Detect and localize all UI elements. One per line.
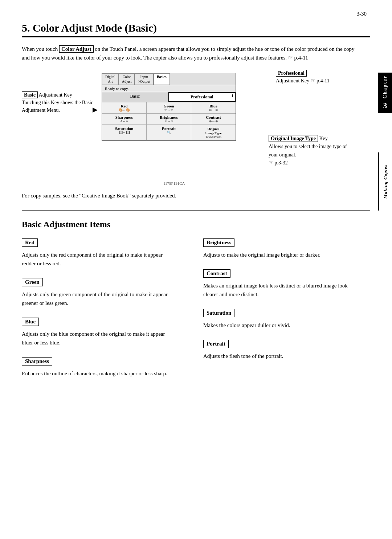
- panel-number: 1: [232, 94, 233, 98]
- chapter-number: 3: [383, 101, 387, 110]
- section-divider: [22, 210, 370, 211]
- chapter-sidebar: Chapter 3: [378, 73, 392, 113]
- page-container: 3-30 Chapter 3 Making Copies 5. Color Ad…: [0, 0, 392, 403]
- item-brightness: Brightness Adjusts to make the original …: [203, 238, 370, 259]
- green-label: Green: [22, 278, 43, 286]
- saturation-description: Makes the colors appear duller or vivid.: [203, 321, 356, 330]
- basic-annotation-text: Adjustment Key: [38, 92, 72, 98]
- panel-cell-contrast[interactable]: Contrast ⊕↔⊕: [191, 114, 236, 124]
- professional-annotation-text: Adjustment Key: [276, 78, 309, 83]
- panel-row-2: Sharpness A↔A Brightness ☀↔☀ Contrast ⊕↔…: [102, 114, 236, 125]
- item-portrait: Portrait Adjusts the flesh tone of the p…: [203, 340, 370, 360]
- panel-cell-original-image-type[interactable]: OriginalImage Type Text&Photo: [191, 125, 236, 140]
- panel-row-1: Red 🎨↔🎨 Green ✏↔✏ Blue ⊕↔⊕: [102, 102, 236, 114]
- making-copies-label: Making Copies: [383, 164, 388, 199]
- professional-annotation: Professional Adjustment Key ☞ p.4-11: [276, 69, 352, 85]
- portrait-description: Adjusts the flesh tone of the portrait.: [203, 352, 356, 360]
- panel-cell-green[interactable]: Green ✏↔✏: [147, 102, 191, 113]
- green-description: Adjusts only the green component of the …: [22, 290, 174, 307]
- basic-annotation: Basic Adjustment Key Touching this Key s…: [22, 91, 94, 114]
- ui-panel: DigitalArt ColorAdjust Input>Output Basi…: [102, 73, 236, 141]
- arrow-right-icon: ▶: [93, 106, 98, 114]
- adjustment-grid: Red Adjusts only the red component of th…: [22, 238, 370, 388]
- left-column: Red Adjusts only the red component of th…: [22, 238, 189, 388]
- red-description: Adjusts only the red component of the or…: [22, 250, 174, 268]
- mode-tab-professional[interactable]: Professional 1: [168, 92, 236, 102]
- panel-row-3: Saturation 🔲↔🔲 Portrait 🔍 OriginalImage …: [102, 125, 236, 140]
- professional-label[interactable]: Professional: [276, 70, 307, 77]
- brightness-label: Brightness: [203, 238, 234, 247]
- copy-samples: For copy samples, see the “Creative Imag…: [22, 193, 370, 199]
- panel-cell-saturation[interactable]: Saturation 🔲↔🔲: [102, 125, 147, 140]
- panel-cell-red[interactable]: Red 🎨↔🎨: [102, 102, 147, 113]
- brightness-description: Adjusts to make the original image brigh…: [203, 250, 356, 259]
- item-contrast: Contrast Makes an original image look le…: [203, 269, 370, 299]
- professional-ref: ☞ p.4-11: [311, 78, 330, 83]
- making-copies-sidebar: Making Copies: [378, 152, 392, 211]
- original-image-ref: ☞ p.3-32: [269, 160, 288, 166]
- tab-color-adjust[interactable]: ColorAdjust: [119, 73, 135, 85]
- panel-cell-portrait[interactable]: Portrait 🔍: [147, 125, 191, 140]
- item-saturation: Saturation Makes the colors appear dulle…: [203, 309, 370, 330]
- original-image-key: Key: [319, 136, 327, 141]
- intro-paragraph: When you touch Color Adjust on the Touch…: [22, 45, 356, 62]
- sharpness-description: Enhances the outline of characters, maki…: [22, 369, 174, 378]
- tab-digital-art[interactable]: DigitalArt: [102, 73, 119, 85]
- original-image-subtext1: Allows you to select the image type of y…: [269, 144, 347, 157]
- contrast-description: Makes an original image look less distin…: [203, 281, 356, 299]
- panel-cell-brightness[interactable]: Brightness ☀↔☀: [147, 114, 191, 124]
- item-red: Red Adjusts only the red component of th…: [22, 238, 189, 268]
- page-title: 5. Color Adjust Mode (Basic): [22, 22, 370, 34]
- intro-text-before: When you touch: [22, 46, 59, 52]
- original-image-label[interactable]: Original Image Type: [269, 135, 318, 142]
- item-green: Green Adjusts only the green component o…: [22, 278, 189, 307]
- status-bar: Ready to copy.: [102, 85, 236, 92]
- tab-basics[interactable]: Basics: [154, 73, 170, 85]
- panel-cell-sharpness[interactable]: Sharpness A↔A: [102, 114, 147, 124]
- section-title: Basic Adjustment Items: [22, 220, 370, 229]
- mode-tabs: Basic Professional 1: [102, 92, 236, 102]
- chapter-label: Chapter: [382, 75, 388, 99]
- panel-cell-blue[interactable]: Blue ⊕↔⊕: [191, 102, 236, 113]
- title-section: 5. Color Adjust Mode (Basic): [22, 22, 370, 37]
- saturation-label: Saturation: [203, 309, 234, 317]
- original-image-annotation: Original Image Type Key Allows you to se…: [269, 135, 352, 167]
- sharpness-label: Sharpness: [22, 357, 52, 366]
- red-label: Red: [22, 238, 38, 247]
- item-sharpness: Sharpness Enhances the outline of charac…: [22, 357, 189, 378]
- right-column: Brightness Adjusts to make the original …: [203, 238, 370, 388]
- item-blue: Blue Adjusts only the blue component of …: [22, 318, 189, 347]
- blue-description: Adjusts only the blue component of the o…: [22, 330, 174, 347]
- panel-header: DigitalArt ColorAdjust Input>Output Basi…: [102, 73, 236, 85]
- color-adjust-link[interactable]: Color Adjust: [59, 45, 94, 53]
- blue-label: Blue: [22, 318, 39, 326]
- mode-tab-basic[interactable]: Basic: [102, 92, 168, 102]
- basic-label[interactable]: Basic: [22, 91, 38, 98]
- tab-input-output[interactable]: Input>Output: [135, 73, 153, 85]
- contrast-label: Contrast: [203, 269, 230, 278]
- portrait-label: Portrait: [203, 340, 229, 348]
- diagram-id: 1179P191CA: [163, 181, 185, 185]
- diagram-section: Basic Adjustment Key Touching this Key s…: [22, 69, 370, 185]
- basic-annotation-subtext: Touching this Key shows the Basic Adjust…: [22, 99, 94, 114]
- intro-ref: ☞ p.4-11: [288, 55, 308, 61]
- page-number: 3-30: [357, 11, 367, 17]
